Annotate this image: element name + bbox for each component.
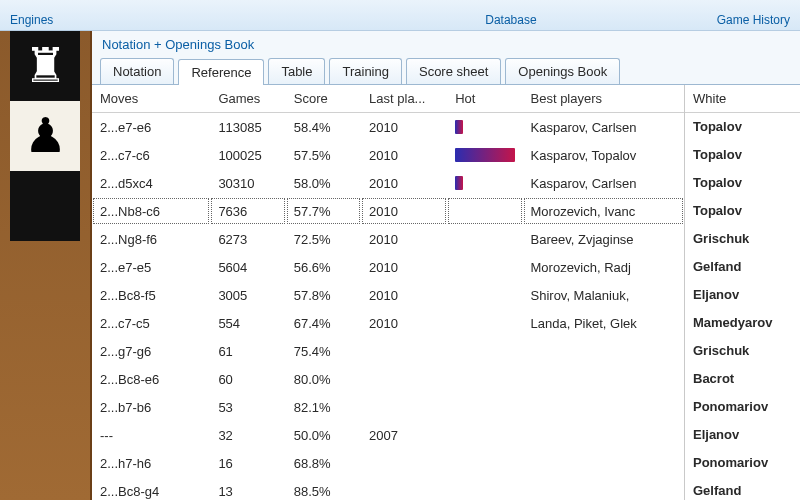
table-row[interactable]: 2...Bc8-g41388.5% bbox=[92, 477, 684, 500]
white-player-row[interactable]: Gelfand bbox=[685, 477, 800, 500]
white-players-panel[interactable]: White TopalovTopalovTopalovTopalovGrisch… bbox=[684, 85, 800, 500]
col-best-players[interactable]: Best players bbox=[523, 85, 684, 113]
white-player-row[interactable]: Grischuk bbox=[685, 337, 800, 365]
square-pawn: ♟ bbox=[10, 101, 80, 171]
col-moves[interactable]: Moves bbox=[92, 85, 210, 113]
tab-strip: NotationReferenceTableTrainingScore shee… bbox=[92, 58, 800, 84]
table-row[interactable]: 2...h7-h61668.8% bbox=[92, 449, 684, 477]
table-row[interactable]: ---3250.0%2007 bbox=[92, 421, 684, 449]
tab-training[interactable]: Training bbox=[329, 58, 401, 84]
white-player-row[interactable]: Topalov bbox=[685, 113, 800, 141]
tab-table[interactable]: Table bbox=[268, 58, 325, 84]
table-row[interactable]: 2...Bc8-e66080.0% bbox=[92, 365, 684, 393]
col-hot[interactable]: Hot bbox=[447, 85, 522, 113]
table-row[interactable]: 2...Nb8-c6763657.7%2010Morozevich, Ivanc bbox=[92, 197, 684, 225]
white-player-row[interactable]: Bacrot bbox=[685, 365, 800, 393]
table-row[interactable]: 2...d5xc43031058.0%2010Kasparov, Carlsen bbox=[92, 169, 684, 197]
col-white[interactable]: White bbox=[685, 85, 800, 113]
white-player-row[interactable]: Eljanov bbox=[685, 421, 800, 449]
tab-score-sheet[interactable]: Score sheet bbox=[406, 58, 501, 84]
tab-reference[interactable]: Reference bbox=[178, 59, 264, 85]
table-row[interactable]: 2...c7-c610002557.5%2010Kasparov, Topalo… bbox=[92, 141, 684, 169]
table-row[interactable]: 2...Bc8-f5300557.8%2010Shirov, Malaniuk, bbox=[92, 281, 684, 309]
chess-board-strip: ♜ ♟ bbox=[0, 31, 92, 500]
white-player-row[interactable]: Grischuk bbox=[685, 225, 800, 253]
hot-bar bbox=[455, 176, 463, 190]
white-player-row[interactable]: Topalov bbox=[685, 169, 800, 197]
tab-notation[interactable]: Notation bbox=[100, 58, 174, 84]
table-row[interactable]: 2...c7-c555467.4%2010Landa, Piket, Glek bbox=[92, 309, 684, 337]
table-row[interactable]: 2...b7-b65382.1% bbox=[92, 393, 684, 421]
tab-openings-book[interactable]: Openings Book bbox=[505, 58, 620, 84]
panel-title: Notation + Openings Book bbox=[92, 31, 800, 58]
white-player-row[interactable]: Ponomariov bbox=[685, 393, 800, 421]
white-player-row[interactable]: Topalov bbox=[685, 141, 800, 169]
hot-bar bbox=[455, 148, 515, 162]
white-player-row[interactable]: Mamedyarov bbox=[685, 309, 800, 337]
table-row[interactable]: 2...e7-e611308558.4%2010Kasparov, Carlse… bbox=[92, 113, 684, 142]
table-row[interactable]: 2...Ng8-f6627372.5%2010Bareev, Zvjaginse bbox=[92, 225, 684, 253]
square-rook: ♜ bbox=[10, 31, 80, 101]
white-player-row[interactable]: Eljanov bbox=[685, 281, 800, 309]
table-row[interactable]: 2...e7-e5560456.6%2010Morozevich, Radj bbox=[92, 253, 684, 281]
col-games[interactable]: Games bbox=[210, 85, 285, 113]
ribbon-group-history[interactable]: Game History bbox=[717, 13, 790, 30]
ribbon-bar: Engines Database Game History bbox=[0, 0, 800, 31]
white-player-row[interactable]: Gelfand bbox=[685, 253, 800, 281]
ribbon-group-database[interactable]: Database bbox=[485, 13, 536, 30]
white-player-row[interactable]: Ponomariov bbox=[685, 449, 800, 477]
reference-grid[interactable]: Moves Games Score Last pla... Hot Best p… bbox=[92, 85, 684, 500]
square-empty bbox=[10, 171, 80, 241]
ribbon-group-engines[interactable]: Engines bbox=[10, 13, 53, 30]
col-score[interactable]: Score bbox=[286, 85, 361, 113]
hot-bar bbox=[455, 120, 463, 134]
col-last-played[interactable]: Last pla... bbox=[361, 85, 447, 113]
table-row[interactable]: 2...g7-g66175.4% bbox=[92, 337, 684, 365]
white-player-row[interactable]: Topalov bbox=[685, 197, 800, 225]
